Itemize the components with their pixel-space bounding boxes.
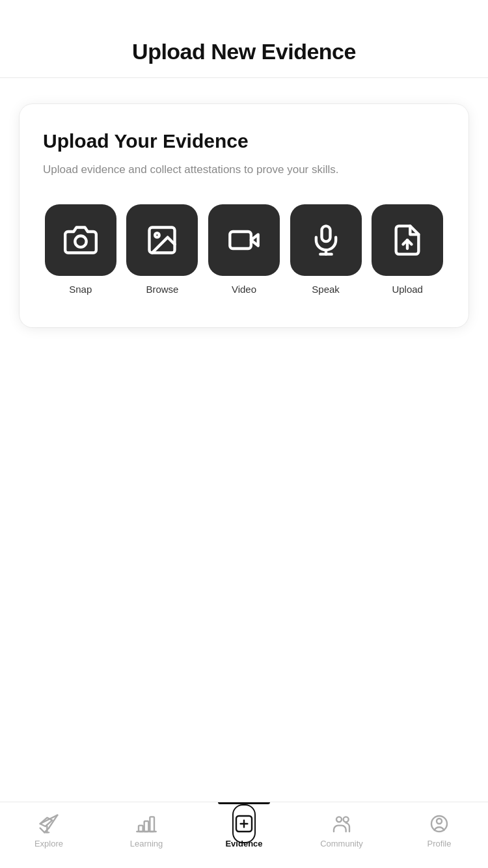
- speak-label: Speak: [312, 284, 340, 295]
- profile-nav-icon: [428, 813, 450, 835]
- file-upload-icon: [390, 223, 424, 257]
- video-label: Video: [232, 284, 256, 295]
- bottom-nav: Explore Learning Evidence: [0, 802, 488, 868]
- nav-item-profile[interactable]: Profile: [390, 813, 488, 848]
- svg-point-2: [156, 233, 160, 237]
- svg-rect-16: [139, 826, 143, 832]
- speak-action[interactable]: Speak: [288, 204, 364, 295]
- snap-button[interactable]: [45, 204, 116, 276]
- camera-icon: [64, 223, 98, 257]
- svg-point-25: [437, 819, 442, 824]
- learning-icon: [136, 813, 157, 834]
- nav-item-explore[interactable]: Explore: [0, 813, 98, 848]
- browse-button[interactable]: [126, 204, 198, 276]
- actions-grid: Snap Browse: [43, 204, 445, 295]
- browse-icon: [145, 223, 179, 257]
- person-icon: [429, 813, 450, 834]
- evidence-nav-label: Evidence: [225, 839, 262, 848]
- svg-point-0: [75, 236, 86, 247]
- svg-line-12: [40, 828, 45, 833]
- evidence-plus-button[interactable]: [232, 804, 256, 843]
- svg-point-23: [344, 817, 349, 822]
- evidence-nav-icon: [233, 813, 255, 835]
- main-content: Upload Your Evidence Upload evidence and…: [0, 78, 488, 353]
- learning-nav-label: Learning: [130, 839, 163, 848]
- svg-rect-5: [321, 226, 330, 241]
- header: Upload New Evidence: [0, 0, 488, 78]
- upload-button[interactable]: [372, 204, 443, 276]
- community-nav-icon: [331, 813, 353, 835]
- nav-item-evidence[interactable]: Evidence: [195, 813, 293, 848]
- browse-action[interactable]: Browse: [125, 204, 200, 295]
- community-nav-label: Community: [320, 839, 363, 848]
- upload-label: Upload: [392, 284, 423, 295]
- plus-square-icon: [234, 813, 254, 834]
- snap-action[interactable]: Snap: [43, 204, 118, 295]
- card-description: Upload evidence and collect attestations…: [43, 161, 445, 178]
- explore-nav-label: Explore: [34, 839, 63, 848]
- community-icon: [331, 813, 352, 834]
- speak-button[interactable]: [290, 204, 362, 276]
- snap-label: Snap: [69, 284, 92, 295]
- telescope-icon: [38, 813, 59, 834]
- video-icon: [227, 223, 261, 257]
- video-action[interactable]: Video: [206, 204, 282, 295]
- upload-action[interactable]: Upload: [370, 204, 445, 295]
- svg-point-22: [336, 817, 342, 822]
- mic-icon: [309, 223, 343, 257]
- learning-nav-icon: [135, 813, 157, 835]
- explore-nav-icon: [38, 813, 60, 835]
- upload-card: Upload Your Evidence Upload evidence and…: [20, 104, 468, 327]
- svg-rect-18: [150, 817, 154, 832]
- nav-item-learning[interactable]: Learning: [98, 813, 195, 848]
- page-title: Upload New Evidence: [13, 39, 475, 64]
- svg-rect-3: [230, 232, 251, 249]
- browse-label: Browse: [146, 284, 178, 295]
- video-button[interactable]: [208, 204, 280, 276]
- svg-rect-17: [144, 821, 149, 832]
- profile-nav-label: Profile: [427, 839, 452, 848]
- card-title: Upload Your Evidence: [43, 130, 445, 152]
- nav-item-community[interactable]: Community: [293, 813, 390, 848]
